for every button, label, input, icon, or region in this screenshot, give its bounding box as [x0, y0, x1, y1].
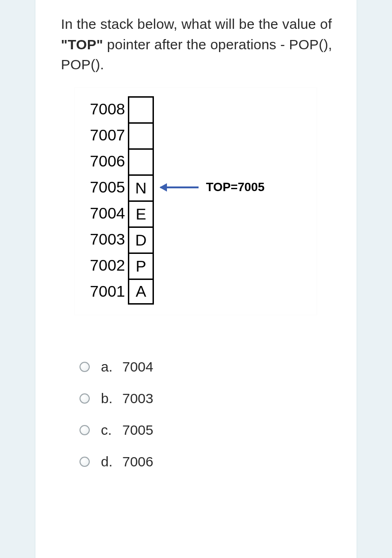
stack-row: 7007: [81, 122, 310, 148]
stack-cell: P: [128, 252, 154, 279]
stack-row: 7001 A: [81, 279, 310, 305]
top-label: TOP=7005: [206, 180, 265, 194]
option-letter: d.: [101, 454, 122, 470]
option-d[interactable]: d. 7006: [80, 454, 338, 470]
stack-address: 7008: [81, 100, 128, 118]
stack-address: 7005: [81, 178, 128, 196]
stack-cell: E: [128, 200, 154, 226]
question-text: In the stack below, what will be the val…: [61, 14, 338, 75]
stack-address: 7004: [81, 204, 128, 222]
stack-address: 7002: [81, 256, 128, 274]
stack-address: 7007: [81, 126, 128, 144]
question-card: In the stack below, what will be the val…: [35, 0, 357, 558]
stack-row: 7003 D: [81, 226, 310, 252]
question-pre: In the stack below, what will be the val…: [61, 16, 332, 32]
stack-row: 7004 E: [81, 200, 310, 226]
arrow-left-icon: [160, 186, 199, 188]
stack-cell: D: [128, 226, 154, 252]
stack-cell: N: [128, 174, 154, 200]
radio-icon[interactable]: [80, 362, 90, 372]
stack-address: 7001: [81, 282, 128, 300]
option-letter: b.: [101, 391, 122, 406]
stack-address: 7006: [81, 152, 128, 170]
option-text: 7005: [122, 422, 153, 438]
radio-icon[interactable]: [80, 425, 90, 435]
stack-row: 7005 N TOP=7005: [81, 174, 310, 200]
option-c[interactable]: c. 7005: [80, 422, 338, 438]
stack-cell: [128, 122, 154, 148]
option-a[interactable]: a. 7004: [80, 359, 338, 375]
radio-icon[interactable]: [80, 457, 90, 467]
stack-row: 7002 P: [81, 252, 310, 279]
option-text: 7006: [122, 454, 153, 470]
stack-address: 7003: [81, 230, 128, 248]
stack-row: 7006: [81, 148, 310, 174]
radio-icon[interactable]: [80, 393, 90, 404]
option-text: 7003: [122, 391, 153, 406]
option-letter: a.: [101, 359, 122, 375]
question-bold: "TOP": [61, 37, 103, 52]
stack-row: 7008: [81, 96, 310, 122]
stack-cell: [128, 96, 154, 122]
stack-diagram: 7008 7007 7006 7005 N TOP=7005 7004 E 70…: [75, 88, 317, 315]
top-pointer: TOP=7005: [160, 180, 265, 194]
stack-cell: [128, 148, 154, 174]
stack-cell: A: [128, 279, 154, 305]
options-list: a. 7004 b. 7003 c. 7005 d. 7006: [80, 359, 338, 470]
option-b[interactable]: b. 7003: [80, 391, 338, 406]
option-text: 7004: [122, 359, 153, 375]
option-letter: c.: [101, 422, 122, 438]
